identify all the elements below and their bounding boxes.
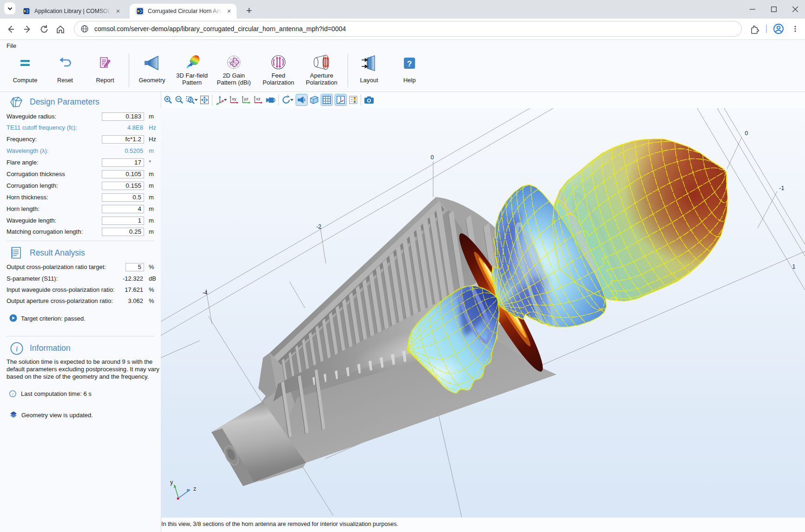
svg-text:i: i	[12, 392, 13, 396]
svg-text:i: i	[16, 344, 18, 353]
svg-text:-1: -1	[779, 185, 784, 191]
svg-text:0: 0	[745, 130, 748, 137]
svg-text:-2: -2	[316, 223, 321, 230]
svg-text:-4: -4	[202, 289, 207, 296]
svg-text:z: z	[193, 486, 196, 492]
svg-text:0: 0	[431, 154, 434, 161]
svg-text:xz: xz	[256, 96, 261, 101]
svg-text:?: ?	[407, 59, 412, 68]
svg-text:yz: yz	[244, 96, 249, 101]
svg-text:1: 1	[792, 263, 796, 270]
svg-text:xy: xy	[232, 96, 237, 101]
svg-text:y: y	[170, 479, 173, 486]
